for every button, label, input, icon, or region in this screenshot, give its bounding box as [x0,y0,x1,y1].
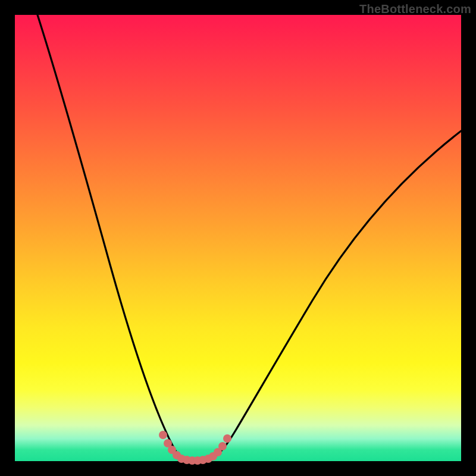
bottleneck-curve-right [210,131,461,459]
gradient-plot-area [15,15,461,461]
outer-frame: TheBottleneck.com [0,0,476,476]
highlight-marker-group [159,431,231,465]
watermark-text: TheBottleneck.com [359,2,471,16]
marker-dot [218,442,227,450]
marker-dot [223,434,231,443]
marker-dot [159,431,167,439]
curve-svg [15,15,461,461]
bottleneck-curve-left [37,15,183,459]
